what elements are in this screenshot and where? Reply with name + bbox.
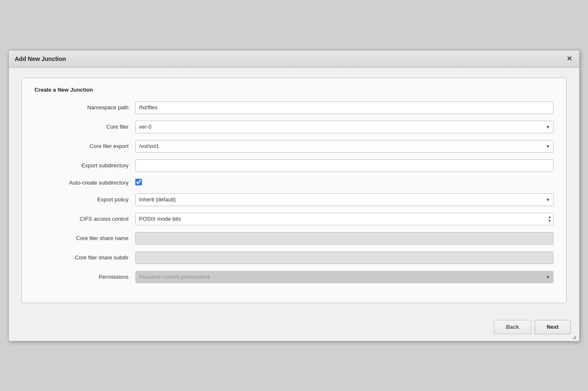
dialog-title: Add New Junction (15, 55, 66, 62)
auto-create-subdirectory-control (135, 179, 554, 187)
permissions-select[interactable]: Preserve current permissions (135, 271, 554, 283)
export-policy-label: Export policy (34, 196, 135, 203)
core-filer-control: ver-0 ▼ (135, 121, 554, 133)
core-filer-share-subdir-input[interactable] (135, 251, 554, 264)
core-filer-share-name-input[interactable] (135, 232, 554, 245)
export-subdirectory-control (135, 159, 554, 172)
export-subdirectory-label: Export subdirectory (34, 162, 135, 169)
permissions-select-wrapper: Preserve current permissions ▼ (135, 271, 554, 283)
export-policy-row: Export policy Inherit (default) ▼ (34, 193, 554, 206)
panel-title: Create a New Junction (34, 87, 554, 93)
core-filer-export-select[interactable]: /vol/vol1 (135, 140, 554, 153)
auto-create-subdirectory-label: Auto-create subdirectory (34, 180, 135, 186)
core-filer-row: Core filer ver-0 ▼ (34, 121, 554, 133)
dialog-footer-wrapper: Back Next ◢ (9, 313, 579, 341)
namespace-path-control (135, 101, 554, 114)
core-filer-export-label: Core filer export (34, 143, 135, 149)
export-policy-select-wrapper: Inherit (default) ▼ (135, 193, 554, 206)
close-button[interactable]: ✕ (565, 55, 573, 63)
export-policy-control: Inherit (default) ▼ (135, 193, 554, 206)
export-policy-select[interactable]: Inherit (default) (135, 193, 554, 206)
core-filer-share-name-label: Core filer share name (34, 235, 135, 241)
back-button[interactable]: Back (494, 320, 531, 334)
permissions-control: Preserve current permissions ▼ (135, 271, 554, 283)
export-subdirectory-row: Export subdirectory (34, 159, 554, 172)
next-button[interactable]: Next (535, 320, 571, 334)
add-junction-dialog: Add New Junction ✕ Create a New Junction… (8, 50, 580, 341)
permissions-label: Permissions (34, 274, 135, 280)
cifs-access-control-label: CIFS access control (34, 216, 135, 222)
cifs-access-control-row: CIFS access control POSIX mode bits ▲ ▼ (34, 213, 554, 225)
core-filer-share-name-control (135, 232, 554, 245)
core-filer-select[interactable]: ver-0 (135, 121, 554, 133)
core-filer-share-subdir-label: Core filer share subdir (34, 254, 135, 261)
core-filer-export-control: /vol/vol1 ▼ (135, 140, 554, 153)
cifs-access-control-control: POSIX mode bits ▲ ▼ (135, 213, 554, 225)
core-filer-export-select-wrapper: /vol/vol1 ▼ (135, 140, 554, 153)
core-filer-export-row: Core filer export /vol/vol1 ▼ (34, 140, 554, 153)
namespace-path-row: Namespace path (34, 101, 554, 114)
resize-handle: ◢ (572, 334, 578, 339)
cifs-access-control-select-wrapper: POSIX mode bits ▲ ▼ (135, 213, 554, 225)
core-filer-share-name-row: Core filer share name (34, 232, 554, 245)
namespace-path-input[interactable] (135, 101, 554, 114)
cifs-access-control-select[interactable]: POSIX mode bits (135, 213, 554, 225)
auto-create-subdirectory-checkbox[interactable] (135, 179, 142, 185)
dialog-titlebar: Add New Junction ✕ (9, 50, 579, 68)
core-filer-select-wrapper: ver-0 ▼ (135, 121, 554, 133)
form-panel: Create a New Junction Namespace path Cor… (21, 78, 567, 303)
dialog-body: Create a New Junction Namespace path Cor… (9, 68, 579, 313)
core-filer-share-subdir-row: Core filer share subdir (34, 251, 554, 264)
namespace-path-label: Namespace path (34, 104, 135, 111)
core-filer-label: Core filer (34, 124, 135, 130)
export-subdirectory-input[interactable] (135, 159, 554, 172)
permissions-row: Permissions Preserve current permissions… (34, 271, 554, 283)
auto-create-subdirectory-row: Auto-create subdirectory (34, 179, 554, 187)
dialog-footer: Back Next (9, 313, 579, 341)
core-filer-share-subdir-control (135, 251, 554, 264)
